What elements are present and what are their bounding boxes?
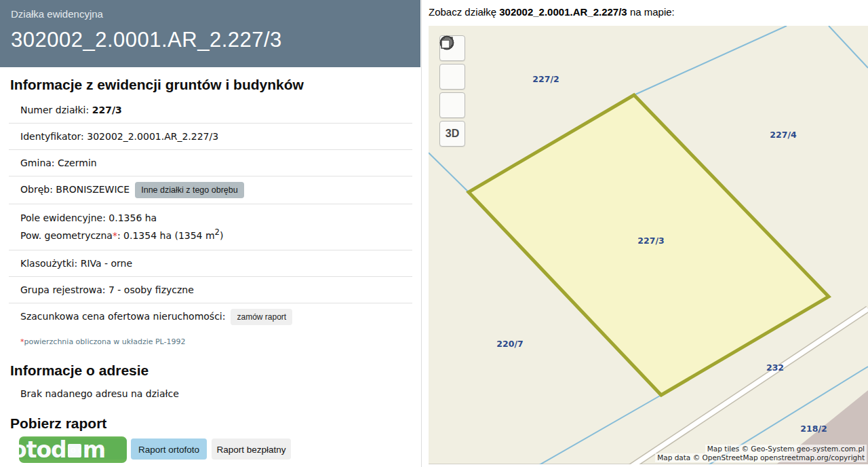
map-title-parcel-id: 302002_2.0001.AR_2.227/3 (499, 6, 627, 18)
row-land-use: Klasoużytki: RIVa - orne (9, 250, 412, 277)
area-geometric-value: : 0.1354 ha (1354 m (117, 230, 215, 241)
row-parcel-number: Numer działki: 227/3 (9, 97, 412, 124)
boundary-line (829, 26, 868, 68)
footnote-text: powierzchnia obliczona w układzie PL-199… (24, 337, 186, 346)
row-gmina: Gmina: Czermin (9, 150, 412, 176)
logo-text-start: otod (19, 436, 66, 463)
boundary-line (536, 395, 661, 464)
area-geometric-label: Pow. geometryczna (20, 230, 113, 241)
section-heading-address: Informacje o adresie (10, 362, 420, 379)
map-3d-button[interactable]: 3D (439, 121, 465, 147)
parcel-label: 227/2 (532, 74, 559, 84)
row-estimated-price: Szacunkowa cena ofertowa nieruchomości:z… (9, 303, 412, 331)
logo-text-end: m (83, 436, 105, 463)
zoom-out-button[interactable] (439, 64, 465, 90)
layers-button[interactable] (439, 92, 465, 118)
row-obreb: Obręb: BRONISZEWICEInne działki z tego o… (9, 176, 412, 204)
ortofoto-report-button[interactable]: Raport ortofoto (131, 438, 207, 460)
parcel-number-value: 227/3 (92, 105, 122, 115)
section-heading-download: Pobierz raport (10, 415, 420, 432)
map-title-suffix: na mapie: (627, 6, 675, 18)
square-meter-sup: 2 (215, 227, 220, 237)
otodom-logo-text: otodm (19, 436, 105, 463)
parcel-header: Działka ewidencyjna 302002_2.0001.AR_2.2… (0, 0, 420, 67)
footnote-asterisk: * (113, 230, 117, 241)
report-buttons-row: Raport o działce Raport ortofoto Raport … (0, 436, 420, 465)
otodom-watermark-logo: otodm (19, 436, 127, 463)
parcel-number-label: Numer działki: (20, 105, 92, 115)
parcel-label: 227/3 (637, 236, 664, 246)
layers-icon (439, 35, 454, 50)
registry-rows: Numer działki: 227/3 Identyfikator: 3020… (9, 97, 412, 331)
parcel-id-title: 302002_2.0001.AR_2.227/3 (11, 28, 420, 52)
obreb-label: Obręb: BRONISZEWICE (20, 184, 130, 195)
map-canvas[interactable]: 227/2227/4227/3220/7232218/2 3D Map tile… (429, 26, 868, 464)
boundary-line (429, 153, 469, 192)
row-area: Pole ewidencyjne: 0.1356 ha Pow. geometr… (9, 204, 412, 250)
logo-square-glyph (68, 444, 81, 457)
map-title-prefix: Zobacz działkę (429, 6, 499, 18)
area-geometric-close: ) (220, 230, 223, 241)
row-register-group: Grupa rejestrowa: 7 - osoby fizyczne (9, 277, 412, 303)
other-parcels-button[interactable]: Inne działki z tego obrębu (135, 182, 243, 198)
map-panel: Zobacz działkę 302002_2.0001.AR_2.227/3 … (422, 0, 868, 467)
footnote: *powierzchnia obliczona w układzie PL-19… (20, 337, 420, 346)
price-label: Szacunkowa cena ofertowa nieruchomości: (20, 311, 225, 322)
parcel-label: 232 (766, 362, 784, 373)
parcel-label: 227/4 (770, 130, 796, 140)
map-title: Zobacz działkę 302002_2.0001.AR_2.227/3 … (429, 6, 868, 18)
parcel-label: 218/2 (800, 424, 827, 434)
parcel-info-panel: Działka ewidencyjna 302002_2.0001.AR_2.2… (0, 0, 420, 467)
map-controls: 3D (439, 35, 465, 149)
address-text: Brak nadanego adresu na działce (20, 388, 420, 399)
attribution-tiles: Map tiles © Geo-System geo-system.com.pl (705, 445, 867, 453)
area-geometric: Pow. geometryczna*: 0.1354 ha (1354 m2) (20, 225, 412, 243)
row-identifier: Identyfikator: 302002_2.0001.AR_2.227/3 (9, 124, 412, 150)
order-report-button[interactable]: zamów raport (231, 309, 292, 325)
area-cadastral: Pole ewidencyjne: 0.1356 ha (20, 211, 412, 225)
section-heading-registry: Informacje z ewidencji gruntów i budynkó… (10, 77, 420, 93)
attribution-data: Map data © OpenStreetMap openstreetmap.o… (655, 453, 867, 462)
parcel-label: 220/7 (496, 339, 523, 349)
free-report-button[interactable]: Raport bezpłatny (212, 438, 291, 460)
boundary-line (634, 26, 787, 95)
map-attribution: Map tiles © Geo-System geo-system.com.pl… (655, 445, 867, 462)
header-subtitle: Działka ewidencyjna (11, 8, 420, 20)
